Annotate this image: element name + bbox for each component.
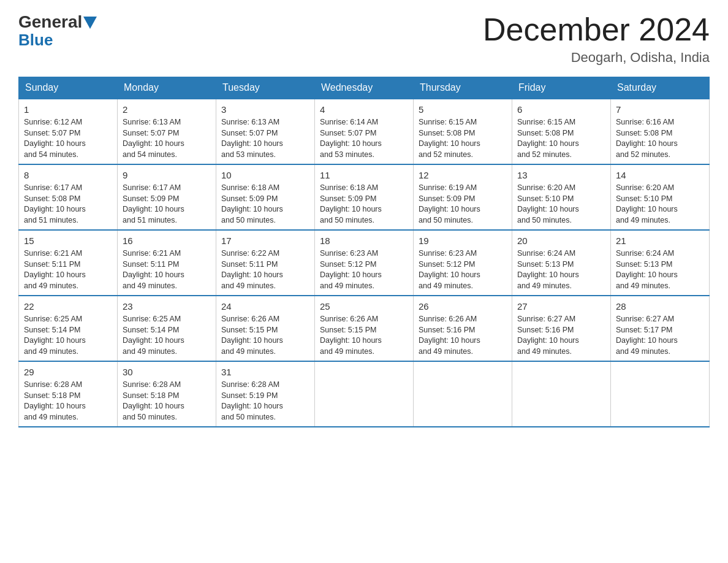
day-number: 27	[517, 300, 605, 313]
day-number: 16	[123, 234, 211, 247]
logo-arrow-icon	[83, 17, 97, 29]
calendar-cell: 1Sunrise: 6:12 AMSunset: 5:07 PMDaylight…	[19, 99, 118, 164]
day-number: 21	[616, 234, 704, 247]
calendar-cell: 16Sunrise: 6:21 AMSunset: 5:11 PMDayligh…	[118, 230, 216, 296]
calendar-cell: 30Sunrise: 6:28 AMSunset: 5:18 PMDayligh…	[118, 361, 216, 427]
calendar-cell: 21Sunrise: 6:24 AMSunset: 5:13 PMDayligh…	[611, 230, 710, 296]
calendar-cell: 24Sunrise: 6:26 AMSunset: 5:15 PMDayligh…	[216, 296, 315, 361]
logo: General Blue	[18, 12, 97, 48]
day-number: 17	[221, 234, 309, 247]
day-number: 7	[616, 103, 704, 116]
day-number: 25	[320, 300, 408, 313]
day-number: 2	[123, 103, 211, 116]
day-header-wednesday: Wednesday	[315, 77, 414, 99]
calendar-table: SundayMondayTuesdayWednesdayThursdayFrid…	[18, 77, 710, 427]
calendar-cell: 14Sunrise: 6:20 AMSunset: 5:10 PMDayligh…	[611, 164, 710, 230]
calendar-cell: 22Sunrise: 6:25 AMSunset: 5:14 PMDayligh…	[19, 296, 118, 361]
day-number: 4	[320, 103, 408, 116]
calendar-cell: 10Sunrise: 6:18 AMSunset: 5:09 PMDayligh…	[216, 164, 315, 230]
calendar-cell: 13Sunrise: 6:20 AMSunset: 5:10 PMDayligh…	[512, 164, 611, 230]
calendar-cell: 20Sunrise: 6:24 AMSunset: 5:13 PMDayligh…	[512, 230, 611, 296]
calendar-cell: 25Sunrise: 6:26 AMSunset: 5:15 PMDayligh…	[315, 296, 414, 361]
day-number: 23	[123, 300, 211, 313]
day-number: 6	[517, 103, 605, 116]
calendar-cell: 18Sunrise: 6:23 AMSunset: 5:12 PMDayligh…	[315, 230, 414, 296]
title-block: December 2024 Deogarh, Odisha, India	[483, 12, 710, 66]
calendar-cell: 9Sunrise: 6:17 AMSunset: 5:09 PMDaylight…	[118, 164, 216, 230]
calendar-cell: 31Sunrise: 6:28 AMSunset: 5:19 PMDayligh…	[216, 361, 315, 427]
day-number: 15	[24, 234, 112, 247]
day-number: 22	[24, 300, 112, 313]
calendar-cell: 11Sunrise: 6:18 AMSunset: 5:09 PMDayligh…	[315, 164, 414, 230]
logo-blue-text: Blue	[18, 32, 97, 48]
calendar-cell: 5Sunrise: 6:15 AMSunset: 5:08 PMDaylight…	[414, 99, 512, 164]
day-number: 30	[123, 366, 211, 378]
svg-marker-0	[83, 17, 97, 29]
month-title: December 2024	[483, 12, 710, 47]
calendar-cell	[512, 361, 611, 427]
day-number: 11	[320, 169, 408, 182]
calendar-cell	[315, 361, 414, 427]
day-number: 19	[419, 234, 507, 247]
calendar-cell: 7Sunrise: 6:16 AMSunset: 5:08 PMDaylight…	[611, 99, 710, 164]
week-row-5: 29Sunrise: 6:28 AMSunset: 5:18 PMDayligh…	[19, 361, 710, 427]
logo-general-text: General	[18, 12, 82, 32]
day-number: 12	[419, 169, 507, 182]
day-header-monday: Monday	[118, 77, 216, 99]
calendar-cell: 28Sunrise: 6:27 AMSunset: 5:17 PMDayligh…	[611, 296, 710, 361]
day-number: 26	[419, 300, 507, 313]
day-number: 20	[517, 234, 605, 247]
calendar-cell: 17Sunrise: 6:22 AMSunset: 5:11 PMDayligh…	[216, 230, 315, 296]
page-header: General Blue December 2024 Deogarh, Odis…	[18, 12, 710, 66]
week-row-2: 8Sunrise: 6:17 AMSunset: 5:08 PMDaylight…	[19, 164, 710, 230]
location-title: Deogarh, Odisha, India	[483, 50, 710, 66]
week-row-4: 22Sunrise: 6:25 AMSunset: 5:14 PMDayligh…	[19, 296, 710, 361]
day-header-sunday: Sunday	[19, 77, 118, 99]
calendar-cell: 8Sunrise: 6:17 AMSunset: 5:08 PMDaylight…	[19, 164, 118, 230]
calendar-cell: 26Sunrise: 6:26 AMSunset: 5:16 PMDayligh…	[414, 296, 512, 361]
day-header-tuesday: Tuesday	[216, 77, 315, 99]
calendar-cell: 6Sunrise: 6:15 AMSunset: 5:08 PMDaylight…	[512, 99, 611, 164]
calendar-cell: 15Sunrise: 6:21 AMSunset: 5:11 PMDayligh…	[19, 230, 118, 296]
calendar-cell	[414, 361, 512, 427]
day-number: 29	[24, 366, 112, 378]
day-number: 18	[320, 234, 408, 247]
day-header-thursday: Thursday	[414, 77, 512, 99]
day-number: 1	[24, 103, 112, 116]
day-header-saturday: Saturday	[611, 77, 710, 99]
day-number: 13	[517, 169, 605, 182]
calendar-cell: 3Sunrise: 6:13 AMSunset: 5:07 PMDaylight…	[216, 99, 315, 164]
day-number: 10	[221, 169, 309, 182]
day-number: 9	[123, 169, 211, 182]
day-number: 24	[221, 300, 309, 313]
day-header-friday: Friday	[512, 77, 611, 99]
calendar-cell: 4Sunrise: 6:14 AMSunset: 5:07 PMDaylight…	[315, 99, 414, 164]
calendar-cell: 23Sunrise: 6:25 AMSunset: 5:14 PMDayligh…	[118, 296, 216, 361]
calendar-cell: 19Sunrise: 6:23 AMSunset: 5:12 PMDayligh…	[414, 230, 512, 296]
day-number: 14	[616, 169, 704, 182]
calendar-cell: 27Sunrise: 6:27 AMSunset: 5:16 PMDayligh…	[512, 296, 611, 361]
day-number: 31	[221, 366, 309, 378]
header-row: SundayMondayTuesdayWednesdayThursdayFrid…	[19, 77, 710, 99]
calendar-cell	[611, 361, 710, 427]
week-row-3: 15Sunrise: 6:21 AMSunset: 5:11 PMDayligh…	[19, 230, 710, 296]
calendar-cell: 29Sunrise: 6:28 AMSunset: 5:18 PMDayligh…	[19, 361, 118, 427]
day-number: 3	[221, 103, 309, 116]
calendar-cell: 2Sunrise: 6:13 AMSunset: 5:07 PMDaylight…	[118, 99, 216, 164]
week-row-1: 1Sunrise: 6:12 AMSunset: 5:07 PMDaylight…	[19, 99, 710, 164]
calendar-cell: 12Sunrise: 6:19 AMSunset: 5:09 PMDayligh…	[414, 164, 512, 230]
day-number: 5	[419, 103, 507, 116]
day-number: 8	[24, 169, 112, 182]
day-number: 28	[616, 300, 704, 313]
